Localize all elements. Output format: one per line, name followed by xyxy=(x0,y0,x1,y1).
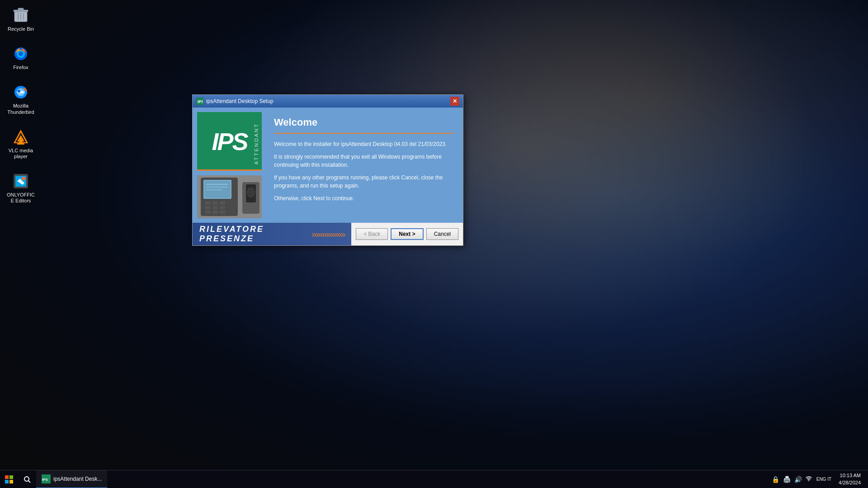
thunderbird-label: Mozilla Thunderbird xyxy=(6,103,35,115)
orange-separator xyxy=(274,133,454,134)
onlyoffice-icon[interactable]: ONLYOFFICE Editors xyxy=(5,170,37,206)
svg-text:IPS: IPS xyxy=(42,478,48,482)
svg-rect-35 xyxy=(212,211,218,214)
close-button[interactable]: ✕ xyxy=(450,97,459,106)
svg-rect-42 xyxy=(5,475,9,479)
thunderbird-icon[interactable]: Mozilla Thunderbird xyxy=(5,81,37,117)
svg-point-19 xyxy=(22,177,25,180)
tray-icon-3[interactable]: 🔊 xyxy=(793,475,803,484)
firefox-img xyxy=(12,45,30,63)
taskbar-time: 10:13 AM xyxy=(839,472,861,479)
taskbar-date: 4/28/2024 xyxy=(839,479,861,486)
dialog-titlebar: IPS ipsAttendant Desktop Setup ✕ xyxy=(193,95,463,108)
footer-arrows: »»»»»»»» xyxy=(311,229,344,239)
svg-rect-45 xyxy=(9,480,13,483)
svg-rect-32 xyxy=(212,206,218,209)
taskbar-clock[interactable]: 10:13 AM 4/28/2024 xyxy=(835,472,864,486)
dialog-content: IPS ATTENDANT xyxy=(193,108,463,223)
search-button[interactable] xyxy=(18,470,36,488)
svg-rect-15 xyxy=(19,141,23,143)
welcome-text-4: Otherwise, click Next to continue. xyxy=(274,194,454,202)
svg-rect-31 xyxy=(205,206,211,209)
svg-rect-1 xyxy=(14,10,28,12)
taskbar-app-icon: IPS xyxy=(42,474,51,483)
ips-logo-text: IPS xyxy=(212,127,247,155)
vlc-img xyxy=(12,128,30,146)
dialog-app-icon: IPS xyxy=(196,98,203,105)
desktop-icons: Recycle Bin Firefox xyxy=(5,5,37,206)
svg-line-47 xyxy=(28,481,30,483)
taskbar-right: 🔒 🖨️ 🔊 ENG IT 10:13 AM 4/28/2024 xyxy=(771,470,868,488)
dialog-title: ipsAttendant Desktop Setup xyxy=(206,98,448,104)
back-button[interactable]: < Back xyxy=(356,228,388,240)
welcome-title: Welcome xyxy=(274,117,454,128)
svg-rect-36 xyxy=(220,211,225,214)
start-button[interactable] xyxy=(0,470,18,488)
footer-banner-text: RILEVATORE PRESENZE xyxy=(199,225,308,244)
svg-point-8 xyxy=(19,52,23,56)
svg-point-46 xyxy=(24,477,29,481)
ips-attendant-text: ATTENDANT xyxy=(254,123,259,164)
svg-rect-33 xyxy=(220,206,225,209)
dialog-left-panel: IPS ATTENDANT xyxy=(193,108,267,223)
svg-point-11 xyxy=(18,90,20,93)
svg-rect-44 xyxy=(5,480,9,483)
taskbar-app-ips[interactable]: IPS ipsAttendant Desk... xyxy=(36,470,107,488)
svg-rect-28 xyxy=(205,202,211,205)
svg-rect-34 xyxy=(205,211,211,214)
tray-icon-wifi[interactable] xyxy=(805,474,813,484)
svg-rect-30 xyxy=(220,202,225,205)
desktop: Recycle Bin Firefox xyxy=(0,0,868,488)
firefox-label: Firefox xyxy=(13,65,28,70)
vlc-label: VLC media player xyxy=(6,148,35,160)
welcome-text-2: It is strongly recommended that you exit… xyxy=(274,153,454,169)
svg-rect-29 xyxy=(212,202,218,205)
vlc-icon[interactable]: VLC media player xyxy=(5,126,37,161)
device-image xyxy=(197,175,262,218)
next-button[interactable]: Next > xyxy=(391,228,423,240)
dialog-right-panel: Welcome Welcome to the installer for ips… xyxy=(267,108,463,223)
svg-rect-2 xyxy=(18,8,24,10)
setup-dialog: IPS ipsAttendant Desktop Setup ✕ IPS ATT… xyxy=(192,94,463,246)
taskbar-app-label: ipsAttendant Desk... xyxy=(53,476,102,482)
tray-icon-2[interactable]: 🖨️ xyxy=(782,475,792,484)
recycle-bin-img xyxy=(12,6,30,24)
footer-banner: RILEVATORE PRESENZE »»»»»»»» xyxy=(193,223,351,245)
thunderbird-img xyxy=(12,83,30,101)
taskbar: IPS ipsAttendant Desk... 🔒 🖨️ 🔊 xyxy=(0,470,868,488)
welcome-text-3: If you have any other programs running, … xyxy=(274,174,454,190)
cancel-button[interactable]: Cancel xyxy=(426,228,458,240)
recycle-bin-label: Recycle Bin xyxy=(8,26,34,32)
tray-icon-1[interactable]: 🔒 xyxy=(771,475,780,484)
footer-buttons: < Back Next > Cancel xyxy=(351,225,463,244)
welcome-text-1: Welcome to the installer for ipsAttendan… xyxy=(274,140,454,148)
onlyoffice-img xyxy=(12,172,30,190)
systray: 🔒 🖨️ 🔊 xyxy=(771,474,813,484)
svg-rect-16 xyxy=(17,143,24,145)
recycle-bin-icon[interactable]: Recycle Bin xyxy=(5,5,37,34)
firefox-icon[interactable]: Firefox xyxy=(5,43,37,72)
svg-rect-43 xyxy=(9,475,13,479)
svg-point-50 xyxy=(808,480,809,481)
taskbar-language[interactable]: ENG IT xyxy=(815,476,833,482)
svg-rect-24 xyxy=(204,181,231,198)
ips-logo: IPS ATTENDANT xyxy=(197,112,262,171)
onlyoffice-label: ONLYOFFICE Editors xyxy=(6,192,35,204)
dialog-footer: RILEVATORE PRESENZE »»»»»»»» < Back Next… xyxy=(193,223,463,245)
svg-text:IPS: IPS xyxy=(198,99,203,104)
